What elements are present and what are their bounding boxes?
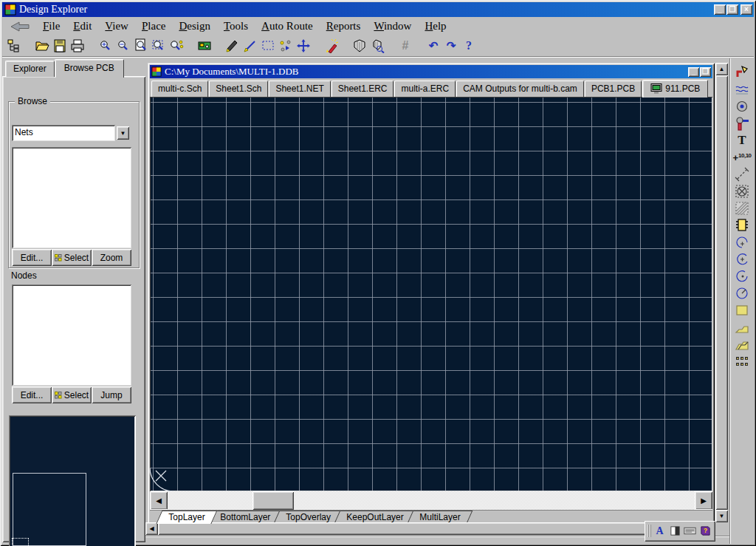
view-3d-icon[interactable]	[351, 37, 368, 55]
zoom-out-icon[interactable]	[114, 37, 132, 55]
zoom-points-icon[interactable]	[168, 37, 185, 55]
nodes-jump-button[interactable]: Jump	[92, 386, 131, 403]
minimize-button[interactable]: _	[714, 4, 726, 15]
menu-window[interactable]: Window	[367, 18, 418, 34]
grid-icon[interactable]: #	[396, 37, 414, 55]
document-tab-multi-c.sch[interactable]: multi-c.Sch	[151, 81, 208, 97]
app-icon[interactable]	[4, 4, 16, 16]
document-tab-multi-a.erc[interactable]: multi-a.ERC	[394, 81, 456, 97]
component-icon[interactable]	[732, 216, 752, 233]
ime-font-icon[interactable]: A	[653, 525, 667, 538]
browse-board-icon[interactable]	[196, 37, 213, 55]
print-icon[interactable]	[69, 37, 86, 55]
layer-tab-toplayer[interactable]: TopLayer	[154, 511, 218, 524]
sidebar-tab-browse-pcb[interactable]: Browse PCB	[55, 59, 124, 78]
move-icon[interactable]	[295, 37, 312, 55]
undo-icon[interactable]: ↶	[425, 37, 442, 55]
zoom-document-icon[interactable]	[132, 37, 150, 55]
fill-icon[interactable]	[732, 301, 752, 318]
scrollbar-thumb[interactable]	[252, 491, 294, 510]
selection-rect-icon[interactable]	[259, 37, 277, 55]
scrollbar-thumb[interactable]	[158, 522, 715, 535]
scroll-left-button[interactable]: ◀	[145, 522, 158, 535]
menu-reports[interactable]: Reports	[320, 18, 368, 34]
zoom-in-icon[interactable]	[97, 37, 114, 55]
menu-tools[interactable]: Tools	[217, 18, 255, 34]
pcb-canvas[interactable]	[150, 97, 712, 491]
interactive-route-icon[interactable]	[732, 64, 752, 81]
minimap-canvas[interactable]	[10, 417, 134, 546]
ime-toolbar[interactable]: A?	[645, 521, 715, 541]
document-icon[interactable]	[151, 66, 162, 77]
ime-halfwidth-icon[interactable]	[668, 525, 681, 538]
scroll-down-button[interactable]: ▼	[715, 510, 728, 522]
redo-icon[interactable]: ↷	[442, 37, 460, 55]
open-document-icon[interactable]	[33, 37, 51, 55]
menu-view[interactable]: View	[98, 18, 135, 34]
via-icon[interactable]	[732, 115, 752, 132]
pad-array-icon[interactable]	[732, 352, 752, 369]
close-button[interactable]: ×	[740, 4, 752, 15]
draw-line-icon[interactable]	[241, 37, 259, 55]
browse-3d-icon[interactable]	[368, 37, 386, 55]
zoom-selection-icon[interactable]	[150, 37, 168, 55]
document-titlebar[interactable]: C:\My Documents\MULTI-1.DDB _ ❐	[150, 65, 712, 78]
menu-place[interactable]: Place	[135, 18, 172, 34]
document-restore-button[interactable]: ❐	[700, 67, 711, 77]
dimension-icon[interactable]	[732, 165, 752, 182]
ime-help-icon[interactable]: ?	[698, 525, 712, 538]
save-icon[interactable]	[51, 37, 69, 55]
document-tab-pcb1.pcb[interactable]: PCB1.PCB	[585, 81, 642, 97]
scrollbar-thumb[interactable]	[715, 75, 728, 510]
ime-keyboard-icon[interactable]	[684, 525, 697, 538]
browse-type-combobox[interactable]: Nets ▼	[12, 125, 131, 141]
hatched-fill-icon[interactable]	[732, 199, 752, 216]
nets-listbox[interactable]	[12, 147, 131, 248]
scrollbar-track[interactable]	[168, 491, 695, 510]
nodes-select-button[interactable]: Select	[52, 386, 92, 403]
arc-center-icon[interactable]	[732, 250, 752, 267]
combobox-dropdown-button[interactable]: ▼	[117, 126, 129, 140]
browse-type-value[interactable]: Nets	[12, 125, 115, 141]
wand-icon[interactable]	[323, 37, 340, 55]
scroll-up-button[interactable]: ▲	[715, 63, 728, 75]
scroll-left-button[interactable]: ◀	[150, 491, 168, 510]
full-circle-icon[interactable]	[732, 284, 752, 301]
arc-edge-icon[interactable]	[732, 233, 752, 250]
fill-region-icon[interactable]	[732, 182, 752, 199]
pad-icon[interactable]	[732, 98, 752, 115]
menu-auto-route[interactable]: Auto Route	[255, 18, 320, 34]
document-tab-cam-outputs-for-multi-b.cam[interactable]: CAM Outputs for multi-b.cam	[456, 81, 584, 97]
knife-icon[interactable]	[224, 37, 241, 55]
deselect-icon[interactable]	[277, 37, 295, 55]
document-tab-sheet1.erc[interactable]: Sheet1.ERC	[331, 81, 394, 97]
workspace-vertical-scrollbar[interactable]: ▲ ▼	[715, 63, 728, 522]
browse-select-button[interactable]: Select	[52, 249, 92, 266]
explorer-panel-icon[interactable]	[5, 37, 23, 55]
polygon-plane-icon[interactable]	[732, 318, 752, 335]
coordinate-icon[interactable]: +10,10	[732, 149, 752, 165]
arc-angle-icon[interactable]	[732, 267, 752, 284]
titlebar[interactable]: Design Explorer _ ❐ ×	[2, 2, 754, 17]
browse-zoom-button[interactable]: Zoom	[92, 249, 131, 266]
menu-design[interactable]: Design	[172, 18, 217, 34]
menu-arrow-icon[interactable]	[10, 21, 30, 32]
split-plane-icon[interactable]	[732, 335, 752, 352]
document-tab-sheet1.sch[interactable]: Sheet1.Sch	[209, 81, 268, 97]
menu-edit[interactable]: Edit	[66, 18, 98, 34]
ime-drag-handle[interactable]	[647, 525, 651, 537]
pcb-horizontal-scrollbar[interactable]: ◀ ▶	[150, 491, 712, 510]
menu-file[interactable]: File	[36, 18, 66, 34]
nodes-edit-button[interactable]: Edit...	[12, 386, 52, 403]
help-icon[interactable]: ?	[460, 37, 478, 55]
document-tab-sheet1.net[interactable]: Sheet1.NET	[269, 81, 330, 97]
scroll-right-button[interactable]: ▶	[695, 491, 712, 510]
document-tab-911.pcb[interactable]: 911.PCB	[642, 80, 708, 98]
workspace-horizontal-scrollbar[interactable]: ◀	[145, 522, 715, 535]
restore-button[interactable]: ❐	[726, 4, 738, 15]
browse-edit-button[interactable]: Edit...	[12, 249, 52, 266]
multiple-tracks-icon[interactable]	[732, 81, 752, 98]
document-minimize-button[interactable]: _	[688, 67, 699, 77]
nodes-listbox[interactable]	[12, 284, 131, 386]
sidebar-tab-explorer[interactable]: Explorer	[5, 61, 55, 77]
